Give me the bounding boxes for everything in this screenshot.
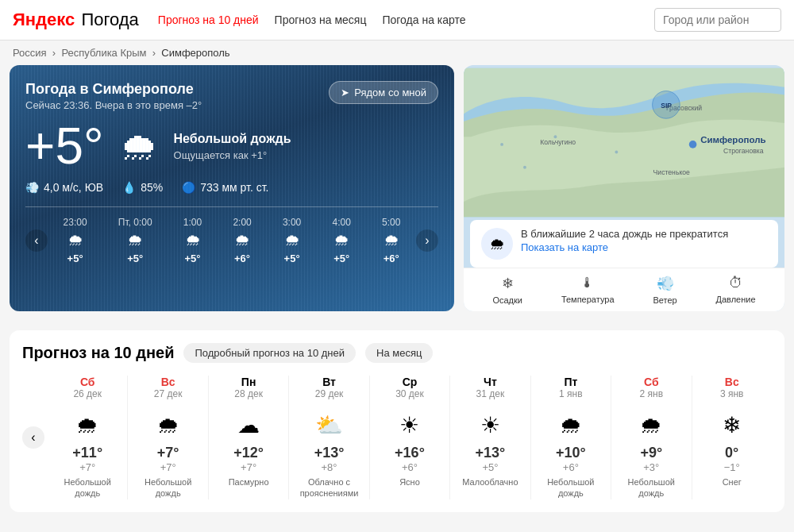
day-name: Вс <box>725 376 739 388</box>
forecast-prev-button[interactable]: ‹ <box>22 426 44 449</box>
day-name: Вс <box>161 376 175 388</box>
hourly-temperature: +6° <box>234 253 250 264</box>
map-control-item[interactable]: ❄ Осадки <box>492 275 522 305</box>
day-weather-icon: 🌧 <box>560 412 582 438</box>
map-control-item[interactable]: 🌡 Температура <box>561 275 615 305</box>
humidity-icon: 💧 <box>122 181 136 194</box>
day-high-temp: 0° <box>725 445 738 461</box>
day-low-temp: +3° <box>643 461 659 473</box>
near-me-label: Рядом со мной <box>354 87 426 98</box>
weather-widget: Погода в Симферополе Сейчас 23:36. Вчера… <box>10 65 454 311</box>
hourly-weather-icon: 🌧 <box>384 231 399 249</box>
forecast-day[interactable]: Вт 29 дек ⛅ +13° +8° Облачно с прояснени… <box>288 376 368 499</box>
logo-yandex: Яндекс <box>13 10 75 30</box>
day-date: 2 янв <box>640 388 664 399</box>
forecast-day[interactable]: Сб 2 янв 🌧 +9° +3° Небольшой дождь <box>611 376 691 499</box>
day-low-temp: −1° <box>724 461 740 473</box>
nav-10-days[interactable]: Прогноз на 10 дней <box>158 13 259 26</box>
rain-popup-text: В ближайшие 2 часа дождь не прекратится <box>521 228 728 240</box>
wind-detail: 💨 4,0 м/с, ЮВ <box>25 181 103 194</box>
forecast-header: Прогноз на 10 дней Подробный прогноз на … <box>22 343 772 363</box>
day-low-temp: +6° <box>563 461 579 473</box>
svg-point-8 <box>500 143 503 146</box>
pressure-detail: 🔵 733 мм рт. ст. <box>182 181 268 194</box>
nav-map[interactable]: Погода на карте <box>382 13 465 26</box>
rain-popup: 🌧 В ближайшие 2 часа дождь не прекратитс… <box>470 220 778 268</box>
day-date: 3 янв <box>720 388 744 399</box>
day-low-temp: +5° <box>482 461 498 473</box>
nav-month[interactable]: Прогноз на месяц <box>275 13 367 26</box>
forecast-day[interactable]: Сб 26 дек 🌧 +11° +7° Небольшой дождь <box>48 376 127 499</box>
hourly-weather-icon: 🌧 <box>67 231 83 249</box>
map-control-item[interactable]: ⏱ Давление <box>716 275 756 305</box>
day-weather-icon: 🌧 <box>640 412 662 438</box>
wind-value: 4,0 м/с, ЮВ <box>44 181 103 194</box>
pressure-icon: 🔵 <box>182 181 195 194</box>
day-low-temp: +7° <box>79 461 95 473</box>
logo-pogoda: Погода <box>76 10 139 30</box>
widget-title: Погода в Симферополе <box>25 81 202 98</box>
svg-point-11 <box>615 151 618 154</box>
forecast-day[interactable]: Чт 31 дек ☀ +13° +5° Малооблачно <box>449 376 530 499</box>
current-temperature: +5° <box>25 121 104 172</box>
hourly-temperature: +6° <box>384 253 399 264</box>
month-forecast-button[interactable]: На месяц <box>365 343 433 363</box>
map-control-label: Осадки <box>492 295 522 305</box>
hourly-item: 4:00 🌧 +5° <box>332 217 350 264</box>
day-high-temp: +13° <box>314 445 345 461</box>
hourly-prev-button[interactable]: ‹ <box>25 229 48 252</box>
day-date: 29 дек <box>315 388 344 399</box>
detailed-forecast-button[interactable]: Подробный прогноз на 10 дней <box>183 343 356 363</box>
near-me-button[interactable]: ➤ Рядом со мной <box>329 81 438 104</box>
hourly-item: 2:00 🌧 +6° <box>233 217 251 264</box>
weather-description: Небольшой дождь <box>174 132 291 146</box>
hourly-temperature: +5° <box>284 253 300 264</box>
humidity-detail: 💧 85% <box>122 181 163 194</box>
day-description: Небольшой дождь <box>615 476 688 499</box>
main-content: Погода в Симферополе Сейчас 23:36. Вчера… <box>0 65 794 321</box>
breadcrumb-russia[interactable]: Россия <box>13 47 47 59</box>
day-name: Ср <box>403 376 418 388</box>
search-input[interactable] <box>654 8 781 32</box>
day-date: 1 янв <box>559 388 583 399</box>
forecast-day[interactable]: Вс 3 янв ❄ 0° −1° Снег <box>692 376 772 499</box>
map-control-item[interactable]: 💨 Ветер <box>653 275 676 305</box>
day-high-temp: +12° <box>233 445 264 461</box>
hourly-time: 5:00 <box>382 217 400 228</box>
map-background[interactable]: Симферополь Грасовский Кольчугино Строга… <box>464 65 784 311</box>
day-weather-icon: 🌧 <box>157 412 179 438</box>
breadcrumb: Россия › Республика Крым › Симферополь <box>0 40 794 65</box>
rain-popup-icon: 🌧 <box>481 228 513 260</box>
widget-title-block: Погода в Симферополе Сейчас 23:36. Вчера… <box>25 81 202 111</box>
day-high-temp: +13° <box>476 445 506 461</box>
rain-popup-link[interactable]: Показать на карте <box>521 241 608 253</box>
map-control-label: Ветер <box>653 295 676 305</box>
hourly-temperature: +5° <box>184 253 200 264</box>
logo[interactable]: Яндекс Погода <box>13 10 139 30</box>
forecast-day[interactable]: Ср 30 дек ☀ +16° +6° Ясно <box>369 376 449 499</box>
day-weather-icon: ☀ <box>480 412 500 438</box>
forecast-day[interactable]: Вс 27 дек 🌧 +7° +7° Небольшой дождь <box>127 376 207 499</box>
day-name: Сб <box>80 376 95 388</box>
hourly-weather-icon: 🌧 <box>333 231 349 249</box>
forecast-section: Прогноз на 10 дней Подробный прогноз на … <box>10 330 784 512</box>
hourly-next-button[interactable]: › <box>416 229 438 252</box>
hourly-weather-icon: 🌧 <box>185 231 201 249</box>
map-control-label: Давление <box>716 295 756 304</box>
day-high-temp: +16° <box>395 445 425 461</box>
hourly-temperature: +5° <box>127 253 143 264</box>
day-description: Снег <box>723 476 742 488</box>
weather-icon-large: 🌧 <box>120 125 158 168</box>
day-low-temp: +6° <box>402 461 418 473</box>
day-weather-icon: 🌧 <box>76 412 98 438</box>
forecast-day[interactable]: Пт 1 янв 🌧 +10° +6° Небольшой дождь <box>530 376 611 499</box>
hourly-time: 3:00 <box>283 217 301 228</box>
breadcrumb-republic[interactable]: Республика Крым <box>61 47 146 59</box>
hourly-item: 3:00 🌧 +5° <box>283 217 301 264</box>
hourly-weather-icon: 🌧 <box>284 231 300 249</box>
map-control-icon: ❄ <box>502 275 514 292</box>
hourly-item: 5:00 🌧 +6° <box>382 217 400 264</box>
day-name: Пт <box>564 376 577 388</box>
forecast-day[interactable]: Пн 28 дек ☁ +12° +7° Пасмурно <box>208 376 288 499</box>
pressure-value: 733 мм рт. ст. <box>200 181 268 194</box>
